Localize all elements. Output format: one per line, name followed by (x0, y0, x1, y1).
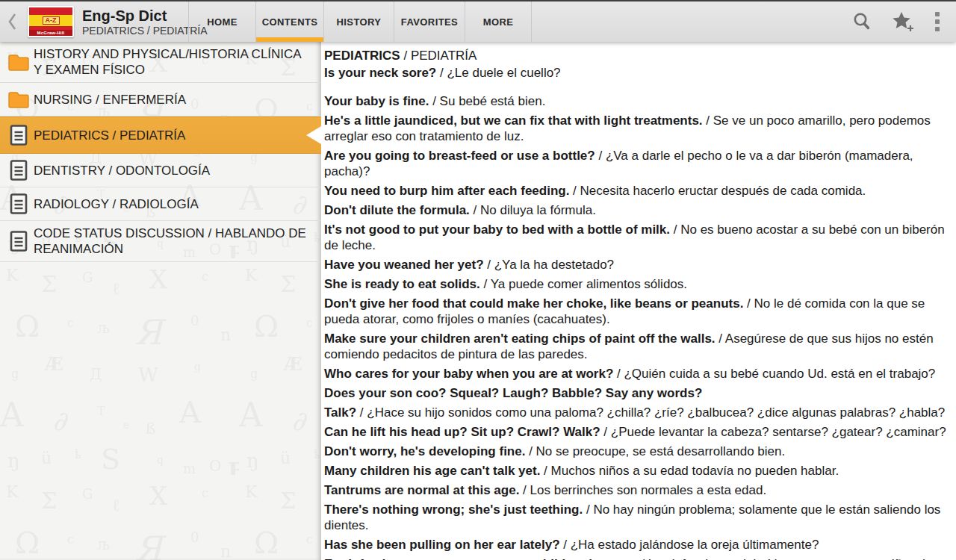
phrase-entry[interactable]: It's not good to put your baby to bed wi… (324, 222, 949, 253)
tab-more[interactable]: MORE (465, 1, 532, 42)
phrase-separator: / (540, 464, 550, 478)
phrase-entry[interactable]: Don't dilute the formula. / No diluya la… (324, 202, 949, 218)
phrase-entry[interactable]: Your baby is fine. / Su bebé está bien. (324, 93, 949, 109)
phrase-spanish: No diluya la fórmula. (480, 203, 596, 217)
tab-favorites[interactable]: FAVORITES (394, 1, 465, 42)
phrase-separator: / (429, 94, 439, 108)
sidebar-item[interactable]: HISTORY AND PHYSICAL/HISTORIA CLÍNICA Y … (0, 42, 321, 83)
folder-icon (7, 90, 30, 109)
phrase-separator: / (716, 332, 725, 346)
add-favorite-button[interactable] (883, 1, 925, 42)
phrase-entry[interactable]: Have you weaned her yet? / ¿Ya la ha des… (324, 257, 949, 273)
sidebar-item[interactable]: DENTISTRY / ODONTOLOGÍA (0, 154, 321, 187)
phrase-spanish: ¿Le duele el cuello? (447, 66, 560, 80)
phrase-spanish: ¿Hace su hijo sonidos como una paloma? ¿… (367, 405, 945, 420)
phrase-entry[interactable]: Make sure your children aren't eating ch… (324, 331, 949, 362)
phrase-entry[interactable]: There's nothing wrong; she's just teethi… (324, 502, 949, 533)
phrase-spanish: Ya puede comer alimentos sólidos. (491, 277, 687, 291)
phrase-english: Many children his age can't talk yet. (324, 464, 540, 478)
phrase-english: Don't dilute the formula. (324, 203, 470, 217)
action-bar-buttons (841, 1, 950, 42)
phrase-separator: / (480, 277, 491, 291)
phrase-entry[interactable]: You need to burp him after each feeding.… (324, 183, 949, 199)
phrase-entry[interactable]: Is your neck sore? / ¿Le duele el cuello… (324, 65, 949, 81)
back-button[interactable] (0, 1, 24, 42)
tab-bar: HOME CONTENTS HISTORY FAVORITES MORE (188, 1, 532, 42)
main-area: K Σ G ℓ X c Ω c љ Я 0 n g Æ Д (0, 42, 956, 560)
phrase-english: Are you going to breast-feed or use a bo… (324, 149, 595, 163)
phrase-separator: / (484, 258, 494, 272)
search-icon (851, 11, 872, 32)
phrase-english: Don't worry, he's developing fine. (324, 444, 525, 458)
document-icon (7, 193, 30, 215)
phrase-english: Is your neck sore? (324, 66, 436, 80)
phrase-content-panel: PEDIATRICS / PEDIATRÍA Is your neck sore… (321, 42, 956, 560)
phrase-entry[interactable]: Tantrums are normal at this age. / Los b… (324, 482, 949, 498)
document-icon (7, 159, 30, 181)
action-bar: A-Z McGraw-Hill Eng-Sp Dict PEDIATRICS /… (0, 1, 956, 42)
phrase-entry[interactable]: Who cares for your baby when you are at … (324, 366, 949, 382)
chapter-sidebar: K Σ G ℓ X c Ω c љ Я 0 n g Æ Д (0, 42, 321, 560)
phrase-separator: / (436, 66, 447, 80)
phrase-entry[interactable]: Are you going to breast-feed or use a bo… (324, 148, 949, 179)
phrase-entry[interactable]: Many children his age can't talk yet. / … (324, 463, 949, 479)
folder-icon (7, 52, 30, 72)
phrase-separator: / (519, 483, 530, 497)
phrase-separator: / (525, 444, 536, 458)
tab-history[interactable]: HISTORY (323, 1, 394, 42)
tab-contents[interactable]: CONTENTS (255, 1, 323, 42)
document-icon (7, 230, 30, 252)
overflow-menu-button[interactable] (925, 1, 950, 42)
phrase-separator: / (613, 367, 624, 381)
phrase-spanish: ¿Ya la ha destetado? (494, 258, 614, 272)
logo-az-text: A-Z (43, 16, 60, 25)
document-icon (7, 124, 30, 146)
phrase-english: Your baby is fine. (324, 94, 429, 108)
phrase-english: Tantrums are normal at this age. (324, 483, 519, 497)
logo-publisher-text: McGraw-Hill (29, 30, 72, 36)
phrase-english: Ear infections are common among children… (324, 557, 637, 560)
phrase-spanish: Necesita hacerlo eructar después de cada… (580, 184, 866, 198)
phrase-entry[interactable]: Don't give her food that could make her … (324, 296, 949, 327)
logo-yellow-band: A-Z (29, 15, 72, 26)
phrase-separator: / (595, 149, 606, 163)
sidebar-item[interactable]: CODE STATUS DISCUSSION / HABLANDO DE REA… (0, 221, 321, 262)
phrase-entry[interactable]: Talk? / ¿Hace su hijo sonidos como una p… (324, 405, 949, 420)
app-logo: A-Z McGraw-Hill (28, 6, 74, 37)
star-plus-icon (891, 10, 916, 33)
chapter-heading: PEDIATRICS / PEDIATRÍA (324, 48, 949, 63)
phrase-spanish: Su bebé está bien. (440, 94, 546, 108)
phrase-entry[interactable]: She is ready to eat solids. / Ya puede c… (324, 276, 949, 292)
sidebar-item[interactable]: NURSING / ENFERMERÍA (0, 83, 321, 116)
sidebar-item-label: CODE STATUS DISCUSSION / HABLANDO DE REA… (34, 225, 312, 257)
phrase-spanish: ¿Puede levantar la cabeza? sentarse? ¿ga… (611, 425, 946, 439)
phrase-english: He's a little jaundiced, but we can fix … (324, 113, 703, 128)
phrase-entry[interactable]: He's a little jaundiced, but we can fix … (324, 113, 949, 144)
sidebar-item[interactable]: RADIOLOGY / RADIOLOGÍA (0, 187, 321, 221)
phrase-english: Make sure your children aren't eating ch… (324, 332, 716, 346)
phrase-separator: / (470, 203, 480, 217)
phrase-spanish: Muchos niños a su edad todavía no pueden… (551, 464, 839, 478)
phrase-entry[interactable]: Has she been pulling on her ear lately? … (324, 537, 949, 553)
phrase-entry[interactable]: Don't worry, he's developing fine. / No … (324, 444, 949, 459)
phrase-entry[interactable]: Can he lift his head up? Sit up? Crawl? … (324, 424, 949, 440)
phrase-english: There's nothing wrong; she's just teethi… (324, 503, 583, 517)
phrase-spanish: ¿Ha estado jalándose la oreja últimament… (571, 538, 819, 552)
phrase-list: Is your neck sore? / ¿Le duele el cuello… (324, 65, 949, 560)
vertical-dots-icon (934, 12, 940, 31)
phrase-spanish: Los berrinches son normales a esta edad. (530, 483, 767, 497)
chapter-heading-es: PEDIATRÍA (411, 49, 477, 63)
phrase-separator: / (560, 538, 571, 552)
phrase-entry[interactable]: Does your son coo? Squeal? Laugh? Babble… (324, 385, 949, 401)
sidebar-item-label: HISTORY AND PHYSICAL/HISTORIA CLÍNICA Y … (34, 46, 312, 78)
phrase-english: She is ready to eat solids. (324, 277, 480, 291)
phrase-separator: / (637, 557, 648, 560)
sidebar-item[interactable]: PEDIATRICS / PEDIATRÍA (0, 116, 321, 154)
search-button[interactable] (841, 1, 883, 42)
phrase-separator: / (600, 425, 611, 439)
sidebar-item-label: NURSING / ENFERMERÍA (34, 92, 186, 108)
tab-home[interactable]: HOME (188, 1, 255, 42)
phrase-english: Does your son coo? Squeal? Laugh? Babble… (324, 386, 702, 400)
sidebar-item-label: PEDIATRICS / PEDIATRÍA (34, 128, 185, 143)
phrase-entry[interactable]: Ear infections are common among children… (324, 556, 949, 560)
